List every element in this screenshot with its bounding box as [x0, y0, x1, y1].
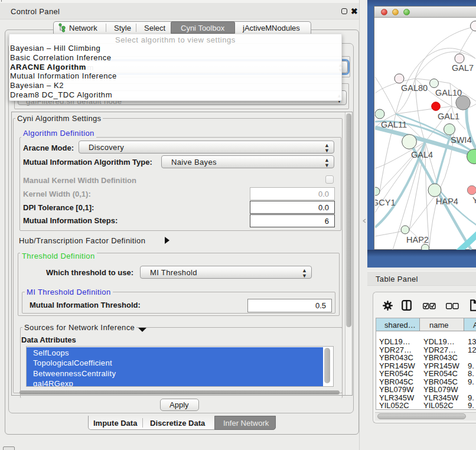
svg-text:GAL7: GAL7	[452, 63, 474, 73]
svg-text:GAL1: GAL1	[438, 112, 459, 121]
svg-text:GCY1: GCY1	[375, 198, 396, 207]
svg-text:GAL10: GAL10	[435, 88, 462, 97]
svg-text:GAL4: GAL4	[411, 150, 433, 159]
svg-text:SWI4: SWI4	[451, 135, 471, 145]
svg-text:GAL80: GAL80	[401, 83, 428, 93]
svg-text:GAL11: GAL11	[381, 120, 407, 129]
svg-text:HAP2: HAP2	[406, 235, 429, 244]
svg-text:HAP4: HAP4	[436, 197, 458, 206]
svg-text:YD: YD	[472, 195, 476, 205]
